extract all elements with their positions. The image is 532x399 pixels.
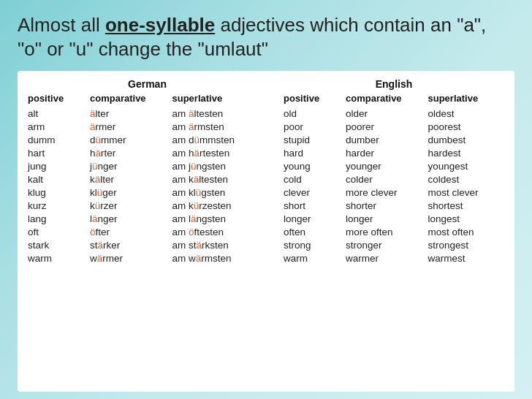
en-positive: old bbox=[281, 107, 343, 120]
en-positive: clever bbox=[281, 186, 343, 199]
de-comparative: klüger bbox=[87, 186, 170, 199]
en-positive: hard bbox=[281, 146, 343, 159]
de-superlative: am stärksten bbox=[170, 238, 270, 251]
en-comparative: dumber bbox=[343, 133, 425, 146]
page-container: Almost all one-syllable adjectives which… bbox=[0, 0, 532, 399]
en-superlative: dumbest bbox=[425, 133, 508, 146]
de-positive: lang bbox=[25, 212, 87, 225]
en-superlative: most clever bbox=[425, 186, 508, 199]
de-positive: dumm bbox=[25, 133, 87, 146]
gap-cell bbox=[270, 212, 281, 225]
de-comparative: jünger bbox=[87, 159, 170, 172]
gap-cell bbox=[270, 107, 281, 120]
de-positive: arm bbox=[25, 120, 87, 133]
german-section-header: German bbox=[25, 77, 270, 91]
gap-cell bbox=[270, 120, 281, 133]
de-superlative: am härtesten bbox=[170, 146, 270, 159]
gap-cell bbox=[270, 186, 281, 199]
table-row: altälteram ältestenoldolderoldest bbox=[25, 107, 507, 120]
de-superlative: am längsten bbox=[170, 212, 270, 225]
en-superlative: coldest bbox=[425, 172, 508, 186]
gap-cell bbox=[270, 159, 281, 172]
table-row: starkstärkeram stärkstenstrongstrongerst… bbox=[25, 238, 507, 251]
de-superlative: am kältesten bbox=[170, 172, 270, 186]
col-header-row: positive comparative superlative positiv… bbox=[25, 91, 507, 107]
de-superlative: am öftesten bbox=[170, 225, 270, 238]
en-superlative: shortest bbox=[425, 199, 508, 212]
en-positive: longer bbox=[281, 212, 343, 225]
en-superlative: hardest bbox=[425, 146, 508, 159]
table-row: dummdümmeram dümmstenstupiddumberdumbest bbox=[25, 133, 507, 146]
title-bold: one-syllable bbox=[105, 14, 215, 36]
col-en-positive: positive bbox=[281, 91, 343, 107]
english-section-header: English bbox=[281, 77, 507, 91]
en-comparative: poorer bbox=[343, 120, 425, 133]
en-comparative: longer bbox=[343, 212, 425, 225]
table-row: oftöfteram öftestenoftenmore oftenmost o… bbox=[25, 225, 507, 238]
de-comparative: dümmer bbox=[87, 133, 170, 146]
de-positive: warm bbox=[25, 251, 87, 265]
col-en-superlative: superlative bbox=[425, 91, 508, 107]
de-positive: kurz bbox=[25, 199, 87, 212]
en-superlative: oldest bbox=[425, 107, 508, 120]
en-comparative: warmer bbox=[343, 251, 425, 265]
table-row: armärmeram ärmstenpoorpoorerpoorest bbox=[25, 120, 507, 133]
en-positive: cold bbox=[281, 172, 343, 186]
col-de-comparative: comparative bbox=[87, 91, 170, 107]
en-positive: often bbox=[281, 225, 343, 238]
adjectives-table: German English positive comparative supe… bbox=[25, 77, 507, 265]
de-positive: oft bbox=[25, 225, 87, 238]
en-comparative: more clever bbox=[343, 186, 425, 199]
en-superlative: strongest bbox=[425, 238, 508, 251]
en-comparative: shorter bbox=[343, 199, 425, 212]
table-row: kaltkälteram kältestencoldcoldercoldest bbox=[25, 172, 507, 186]
de-comparative: stärker bbox=[87, 238, 170, 251]
de-comparative: kälter bbox=[87, 172, 170, 186]
gap-cell bbox=[270, 77, 281, 91]
en-positive: young bbox=[281, 159, 343, 172]
de-positive: hart bbox=[25, 146, 87, 159]
de-superlative: am klügsten bbox=[170, 186, 270, 199]
gap-cell bbox=[270, 146, 281, 159]
en-superlative: warmest bbox=[425, 251, 508, 265]
page-title: Almost all one-syllable adjectives which… bbox=[18, 13, 514, 61]
de-superlative: am dümmsten bbox=[170, 133, 270, 146]
en-comparative: younger bbox=[343, 159, 425, 172]
col-en-comparative: comparative bbox=[343, 91, 425, 107]
en-positive: stupid bbox=[281, 133, 343, 146]
en-positive: strong bbox=[281, 238, 343, 251]
de-comparative: wärmer bbox=[87, 251, 170, 265]
de-comparative: kürzer bbox=[87, 199, 170, 212]
gap-cell bbox=[270, 251, 281, 265]
table-row: langlängeram längstenlongerlongerlongest bbox=[25, 212, 507, 225]
table-row: klugklügeram klügstenclevermore clevermo… bbox=[25, 186, 507, 199]
table-row: warmwärmeram wärmstenwarmwarmerwarmest bbox=[25, 251, 507, 265]
table-row: harthärteram härtestenhardharderhardest bbox=[25, 146, 507, 159]
de-comparative: öfter bbox=[87, 225, 170, 238]
gap-cell bbox=[270, 199, 281, 212]
de-superlative: am ärmsten bbox=[170, 120, 270, 133]
de-superlative: am kürzesten bbox=[170, 199, 270, 212]
col-de-positive: positive bbox=[25, 91, 87, 107]
gap-cell bbox=[270, 133, 281, 146]
de-positive: jung bbox=[25, 159, 87, 172]
de-positive: alt bbox=[25, 107, 87, 120]
gap-cell bbox=[270, 172, 281, 186]
col-gap bbox=[270, 91, 281, 107]
de-superlative: am jüngsten bbox=[170, 159, 270, 172]
en-superlative: poorest bbox=[425, 120, 508, 133]
de-positive: klug bbox=[25, 186, 87, 199]
en-comparative: colder bbox=[343, 172, 425, 186]
de-comparative: härter bbox=[87, 146, 170, 159]
de-comparative: ärmer bbox=[87, 120, 170, 133]
table-row: kurzkürzeram kürzestenshortshortershorte… bbox=[25, 199, 507, 212]
en-positive: poor bbox=[281, 120, 343, 133]
de-comparative: länger bbox=[87, 212, 170, 225]
en-positive: short bbox=[281, 199, 343, 212]
en-comparative: more often bbox=[343, 225, 425, 238]
en-superlative: longest bbox=[425, 212, 508, 225]
table-wrapper: German English positive comparative supe… bbox=[18, 71, 514, 392]
en-superlative: youngest bbox=[425, 159, 508, 172]
en-superlative: most often bbox=[425, 225, 508, 238]
gap-cell bbox=[270, 225, 281, 238]
